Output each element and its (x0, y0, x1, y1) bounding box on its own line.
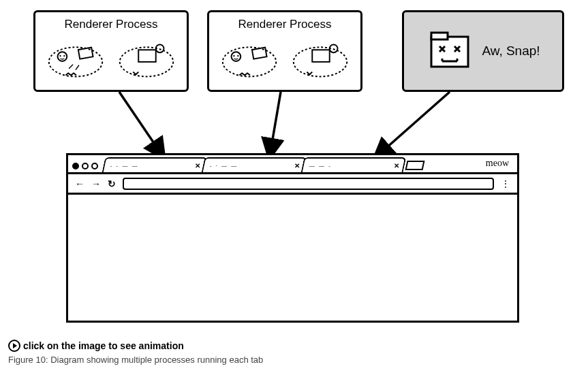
crashed-process-box: Aw, Snap! (402, 10, 564, 92)
svg-rect-12 (252, 48, 267, 59)
back-button: ← (75, 178, 84, 189)
animation-hint[interactable]: click on the image to see animation (0, 337, 588, 352)
window-max-icon (91, 163, 98, 169)
svg-rect-17 (431, 33, 448, 39)
browser-brand-label: meow (486, 158, 509, 169)
menu-icon: ⋮ (501, 182, 510, 186)
reload-button: ↻ (108, 178, 116, 189)
renderer-process-box-2: Renderer Process (207, 10, 362, 92)
svg-rect-4 (78, 48, 93, 59)
browser-tab-3: — — - (301, 157, 407, 172)
window-min-icon (82, 163, 89, 169)
new-tab-button (405, 161, 425, 170)
url-bar (123, 178, 494, 190)
thread-doodle-icon (42, 35, 109, 82)
tab-bar: - - — — - · — — — — - meow (68, 155, 517, 174)
process-title: Renderer Process (42, 18, 180, 31)
page-viewport (68, 195, 517, 321)
animation-hint-text: click on the image to see animation (23, 340, 184, 351)
svg-point-10 (233, 55, 234, 56)
figure-caption: Figure 10: Diagram showing multiple proc… (0, 352, 588, 368)
thread-doodle-icon (216, 35, 283, 82)
svg-rect-6 (138, 50, 155, 62)
svg-point-0 (49, 47, 102, 76)
toolbar: ← → ↻ ⋮ (68, 174, 517, 195)
svg-point-8 (223, 47, 276, 76)
svg-rect-14 (312, 50, 329, 62)
crash-message: Aw, Snap! (482, 44, 540, 59)
svg-point-3 (63, 55, 65, 56)
browser-tab-2: - · — — (202, 157, 307, 172)
thread-doodle-icon (287, 35, 354, 82)
thread-doodle-icon (113, 35, 180, 82)
browser-tab-1: - - — — (102, 157, 208, 172)
process-threads-illustration (42, 34, 180, 83)
sad-folder-icon (426, 27, 474, 75)
window-controls (72, 163, 98, 169)
renderer-process-box-1: Renderer Process (33, 10, 189, 92)
process-threads-illustration (216, 34, 354, 83)
svg-point-1 (58, 52, 67, 61)
svg-point-2 (59, 55, 61, 56)
arrow-3 (373, 92, 450, 159)
arrow-2 (269, 92, 281, 159)
svg-point-9 (232, 52, 241, 61)
process-title: Renderer Process (216, 18, 354, 31)
forward-button: → (91, 178, 101, 189)
browser-window: - - — — - · — — — — - meow ← → ↻ ⋮ (66, 153, 519, 323)
window-close-icon (72, 163, 79, 169)
diagram-canvas[interactable]: Renderer Process Renderer Process (0, 0, 586, 337)
svg-point-11 (237, 55, 238, 56)
play-icon (8, 340, 20, 352)
arrow-1 (119, 92, 165, 159)
